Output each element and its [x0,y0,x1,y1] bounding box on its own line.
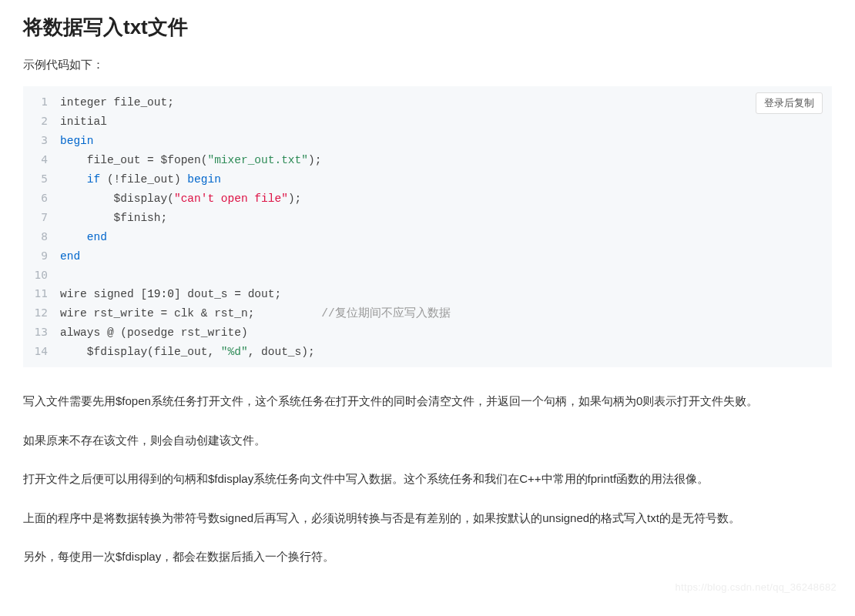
intro-text: 示例代码如下： [23,58,832,72]
paragraph: 上面的程序中是将数据转换为带符号数signed后再写入，必须说明转换与否是有差别… [23,507,832,530]
line-number: 9 [23,246,60,265]
section-heading: 将数据写入txt文件 [23,14,832,41]
line-number: 6 [23,189,60,207]
code-line: 8 end [23,227,832,246]
code-line: 6 $display("can't open file"); [23,189,832,208]
line-number: 2 [23,112,60,130]
code-content: end [60,247,80,266]
code-line: 11wire signed [19:0] dout_s = dout; [23,284,832,303]
line-number: 14 [23,342,60,360]
line-number: 10 [23,266,60,284]
code-content: integer file_out; [60,93,174,112]
code-content: $fdisplay(file_out, "%d", dout_s); [60,343,315,361]
code-line: 10 [23,266,832,284]
paragraph: 另外，每使用一次$fdisplay，都会在数据后插入一个换行符。 [23,546,832,568]
line-number: 4 [23,150,60,169]
copy-button[interactable]: 登录后复制 [756,92,823,114]
code-line: 3begin [23,131,832,150]
code-line: 7 $finish; [23,208,832,227]
code-content: $display("can't open file"); [60,189,301,208]
code-line: 13always @ (posedge rst_write) [23,323,832,342]
code-content: if (!file_out) begin [60,170,221,189]
code-content: wire signed [19:0] dout_s = dout; [60,285,281,303]
code-line: 1integer file_out; [23,92,832,112]
line-number: 11 [23,284,60,303]
paragraph: 打开文件之后便可以用得到的句柄和$fdisplay系统任务向文件中写入数据。这个… [23,468,832,490]
line-number: 8 [23,227,60,246]
line-number: 12 [23,303,60,322]
code-content: begin [60,132,94,150]
code-line: 9end [23,246,832,266]
line-number: 1 [23,92,60,111]
watermark: https://blog.csdn.net/qq_36248682 [676,581,837,593]
code-content: wire rst_write = clk & rst_n; //复位期间不应写入… [60,304,451,323]
code-content: file_out = $fopen("mixer_out.txt"); [60,151,321,169]
line-number: 13 [23,323,60,341]
code-content: always @ (posedge rst_write) [60,323,248,342]
line-number: 5 [23,169,60,188]
line-number: 7 [23,208,60,226]
code-line: 5 if (!file_out) begin [23,169,832,189]
code-block: 登录后复制 1integer file_out;2initial3begin4 … [23,86,832,367]
paragraph: 写入文件需要先用$fopen系统任务打开文件，这个系统任务在打开文件的同时会清空… [23,390,832,413]
code-content: end [60,228,107,246]
paragraph: 如果原来不存在该文件，则会自动创建该文件。 [23,430,832,452]
code-line: 2initial [23,112,832,131]
code-content: initial [60,112,107,131]
line-number: 3 [23,131,60,149]
code-content: $finish; [60,209,167,227]
code-line: 4 file_out = $fopen("mixer_out.txt"); [23,150,832,169]
code-line: 14 $fdisplay(file_out, "%d", dout_s); [23,342,832,361]
code-line: 12wire rst_write = clk & rst_n; //复位期间不应… [23,303,832,323]
